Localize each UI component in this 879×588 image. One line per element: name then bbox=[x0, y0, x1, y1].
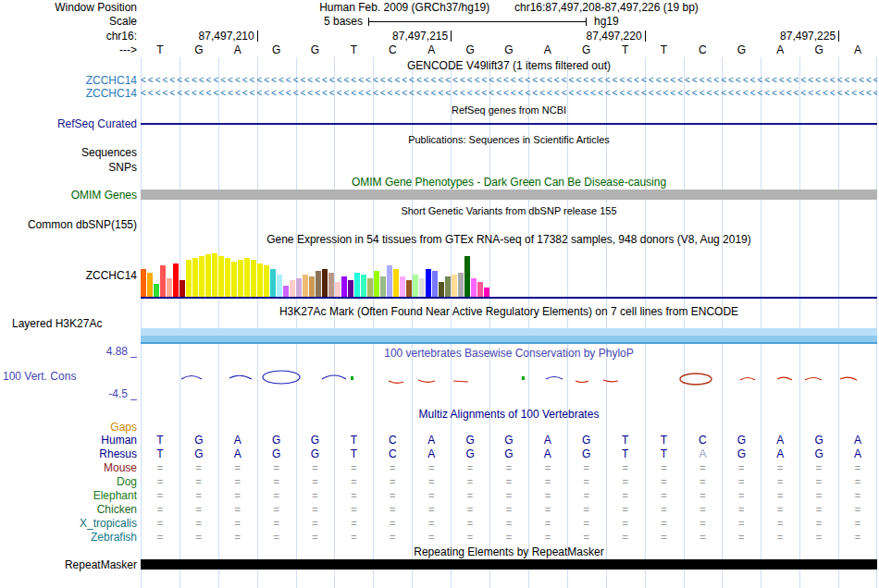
gtex-expression-bar bbox=[393, 269, 399, 297]
species-alignment[interactable]: =================== bbox=[141, 517, 877, 530]
alignment-cell: = bbox=[567, 503, 606, 516]
gtex-expression-bar bbox=[303, 275, 308, 297]
alignment-cell: A bbox=[218, 447, 257, 460]
gtex-expression-bar bbox=[361, 275, 366, 297]
alignment-cell: G bbox=[296, 434, 335, 447]
alignment-cell: G bbox=[722, 447, 761, 460]
snps-label[interactable]: SNPs bbox=[0, 161, 137, 174]
gene-strand-arrows[interactable]: <<<<<<<<<<<<<<<<<<<<<<<<<<<<<<<<<<<<<<<<… bbox=[141, 74, 877, 86]
base-cell: A bbox=[761, 43, 799, 56]
species-label[interactable]: Zebrafish bbox=[0, 531, 137, 544]
alignment-cell: G bbox=[180, 447, 218, 460]
gtex-expression-bar bbox=[335, 282, 340, 297]
alignment-cell: = bbox=[838, 531, 877, 544]
alignment-cell: = bbox=[761, 517, 799, 530]
species-alignment[interactable]: =================== bbox=[141, 489, 877, 502]
alignment-cell: = bbox=[412, 531, 451, 544]
alignment-cell: = bbox=[683, 531, 722, 544]
species-alignment[interactable]: =================== bbox=[141, 503, 877, 516]
alignment-cell: = bbox=[218, 461, 257, 474]
species-alignment[interactable]: =================== bbox=[141, 531, 877, 544]
alignment-cell: = bbox=[489, 517, 528, 530]
conservation-max-label: 4.88 _ bbox=[0, 345, 137, 358]
alignment-cell: = bbox=[180, 489, 218, 502]
omim-genes-label[interactable]: OMIM Genes bbox=[0, 189, 137, 202]
h3k27ac-signal-strip-2[interactable] bbox=[141, 336, 877, 342]
alignment-cell: = bbox=[451, 461, 489, 474]
h3k27ac-signal-baseline bbox=[141, 342, 877, 344]
species-label[interactable]: Elephant bbox=[0, 489, 137, 502]
alignment-cell: = bbox=[645, 517, 684, 530]
omim-gene-bar[interactable] bbox=[141, 190, 877, 200]
layered-h3k27ac-label[interactable]: Layered H3K27Ac bbox=[12, 317, 102, 330]
reference-base-row: ---> TGAGGTCAGGAGTTCGAGA bbox=[0, 43, 879, 56]
species-label[interactable]: Dog bbox=[0, 475, 137, 488]
gtex-expression-bar bbox=[316, 271, 321, 297]
gtex-expression-bar bbox=[277, 275, 282, 297]
gtex-expression-barchart[interactable] bbox=[141, 252, 490, 297]
alignment-cell: T bbox=[334, 434, 373, 447]
assembly-title: Human Feb. 2009 (GRCh37/hg19) bbox=[319, 1, 489, 14]
species-label[interactable]: X_tropicalis bbox=[0, 517, 137, 530]
alignment-cell: = bbox=[296, 475, 335, 488]
window-position-label: Window Position bbox=[0, 1, 137, 14]
species-alignment[interactable]: TGAGGTCAGGAGTTAGAGA bbox=[141, 447, 877, 460]
base-cell: T bbox=[606, 43, 645, 56]
alignment-cell: T bbox=[606, 447, 645, 460]
base-cell: G bbox=[799, 43, 838, 56]
gene-label[interactable]: ZCCHC14 bbox=[0, 74, 137, 87]
h3k27ac-signal-strip-1[interactable] bbox=[141, 328, 877, 336]
alignment-cell: = bbox=[722, 461, 761, 474]
gtex-gene-label[interactable]: ZCCHC14 bbox=[0, 269, 137, 282]
repeatmasker-label[interactable]: RepeatMasker bbox=[0, 558, 137, 571]
species-alignment[interactable]: TGAGGTCAGGAGTTCGAGA bbox=[141, 434, 877, 447]
alignment-cell: = bbox=[567, 475, 606, 488]
gtex-expression-bar bbox=[290, 280, 295, 297]
refseq-gene-line[interactable] bbox=[141, 123, 877, 125]
alignment-cell: = bbox=[180, 503, 218, 516]
alignment-cell: = bbox=[606, 503, 645, 516]
gaps-label[interactable]: Gaps bbox=[0, 421, 137, 434]
alignment-cell: = bbox=[334, 517, 373, 530]
multiz-row-chicken: Chicken=================== bbox=[0, 503, 879, 516]
conservation-track-label[interactable]: 100 Vert. Cons bbox=[3, 370, 76, 383]
alignment-cell: C bbox=[373, 447, 412, 460]
multiz-row-elephant: Elephant=================== bbox=[0, 489, 879, 502]
gene-strand-arrows[interactable]: <<<<<<<<<<<<<<<<<<<<<<<<<<<<<<<<<<<<<<<<… bbox=[141, 87, 877, 99]
alignment-cell: = bbox=[257, 503, 296, 516]
sequences-label[interactable]: Sequences bbox=[0, 146, 137, 159]
species-label[interactable]: Mouse bbox=[0, 461, 137, 474]
species-label[interactable]: Chicken bbox=[0, 503, 137, 516]
gtex-expression-bar bbox=[406, 280, 412, 297]
alignment-cell: A bbox=[761, 434, 799, 447]
ucsc-genome-browser: Window Position Human Feb. 2009 (GRCh37/… bbox=[0, 0, 879, 588]
gtex-expression-bar bbox=[264, 265, 269, 297]
gene-label[interactable]: ZCCHC14 bbox=[0, 87, 137, 100]
species-label[interactable]: Rhesus bbox=[0, 447, 137, 460]
alignment-cell: = bbox=[683, 517, 722, 530]
species-alignment[interactable]: =================== bbox=[141, 475, 877, 488]
base-cell: C bbox=[683, 43, 722, 56]
species-label[interactable]: Human bbox=[0, 434, 137, 447]
repeatmasker-element-bar[interactable] bbox=[141, 559, 877, 570]
alignment-cell: = bbox=[218, 531, 257, 544]
species-alignment[interactable]: =================== bbox=[141, 461, 877, 474]
alignment-cell: = bbox=[257, 475, 296, 488]
alignment-cell: = bbox=[489, 461, 528, 474]
alignment-cell: G bbox=[567, 447, 606, 460]
common-dbsnp-label[interactable]: Common dbSNP(155) bbox=[0, 218, 137, 231]
alignment-cell: = bbox=[296, 489, 335, 502]
gtex-expression-bar bbox=[419, 278, 425, 297]
alignment-cell: T bbox=[334, 447, 373, 460]
alignment-cell: = bbox=[606, 531, 645, 544]
gtex-expression-bar bbox=[199, 256, 204, 297]
alignment-cell: = bbox=[451, 503, 489, 516]
phylop-conservation-plot[interactable] bbox=[141, 357, 877, 399]
alignment-cell: = bbox=[645, 503, 684, 516]
base-cell: T bbox=[645, 43, 684, 56]
alignment-cell: = bbox=[567, 517, 606, 530]
refseq-curated-label[interactable]: RefSeq Curated bbox=[0, 117, 137, 130]
gtex-expression-bar bbox=[251, 260, 256, 297]
alignment-cell: = bbox=[722, 517, 761, 530]
alignment-cell: = bbox=[683, 461, 722, 474]
